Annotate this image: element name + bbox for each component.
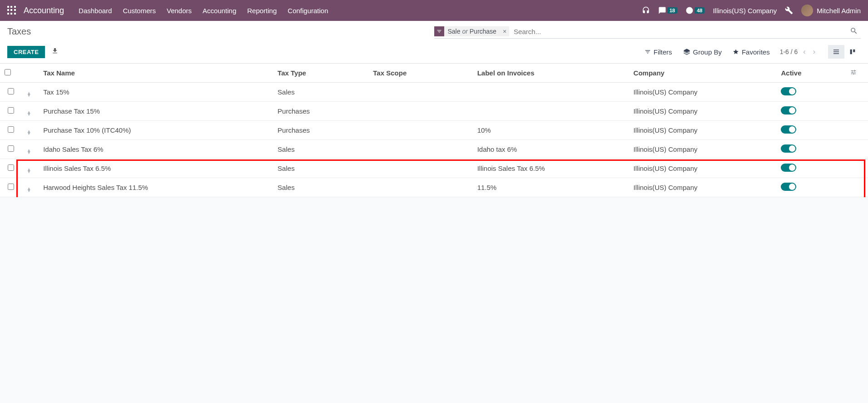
page-title: Taxes [7,26,31,37]
control-panel: Taxes Sale or Purchase × CREATE [0,21,868,64]
active-toggle[interactable] [781,183,796,191]
pager-prev[interactable]: ‹ [801,48,807,56]
cell-tax-scope [368,83,472,102]
cell-tax-scope [368,102,472,121]
cell-company: Illinois(US) Company [629,159,777,178]
row-checkbox[interactable] [8,107,14,114]
cell-label: 10% [473,121,629,140]
groupby-dropdown[interactable]: Group By [683,48,722,56]
active-toggle[interactable] [781,144,796,153]
active-toggle[interactable] [781,87,796,95]
cell-label [473,102,629,121]
cell-tax-type: Purchases [273,102,368,121]
cell-tax-scope [368,178,472,197]
row-checkbox[interactable] [8,145,14,152]
nav-accounting[interactable]: Accounting [203,7,236,15]
col-label[interactable]: Label on Invoices [473,64,629,83]
nav-customers[interactable]: Customers [123,7,156,15]
activities-badge: 48 [694,7,704,14]
apps-icon[interactable] [7,6,16,15]
active-toggle[interactable] [781,125,796,134]
active-toggle[interactable] [781,164,796,172]
avatar [801,5,813,16]
cell-label: 11.5% [473,178,629,197]
search-icon[interactable] [847,27,861,36]
row-checkbox[interactable] [8,184,14,190]
drag-handle-icon[interactable]: ▲▼ [27,92,31,96]
cell-tax-scope [368,159,472,178]
pager: 1-6 / 6 ‹ › [780,48,817,56]
cell-tax-type: Sales [273,159,368,178]
kanban-view-button[interactable] [844,45,861,59]
support-icon[interactable] [642,6,650,15]
nav-configuration[interactable]: Configuration [288,7,328,15]
select-all-checkbox[interactable] [5,69,11,75]
col-tax-name[interactable]: Tax Name [39,64,273,83]
drag-handle-icon[interactable]: ▲▼ [27,111,31,115]
facet-text: Sale or Purchase [444,28,500,35]
drag-handle-icon[interactable]: ▲▼ [27,168,31,173]
user-name: Mitchell Admin [817,7,861,15]
pager-next[interactable]: › [811,48,817,56]
nav-vendors[interactable]: Vendors [167,7,192,15]
app-title[interactable]: Accounting [24,6,64,15]
table-row[interactable]: ▲▼ Tax 15% Sales Illinois(US) Company [0,83,868,102]
import-icon[interactable] [51,47,59,56]
messages-icon[interactable]: 18 [658,6,677,15]
optional-fields-icon[interactable] [850,69,863,77]
table-row[interactable]: ▲▼ Idaho Sales Tax 6% Sales Idaho tax 6%… [0,140,868,159]
cell-tax-scope [368,140,472,159]
taxes-table: Tax Name Tax Type Tax Scope Label on Inv… [0,64,868,197]
view-switcher [828,45,861,59]
list-view-button[interactable] [828,45,844,59]
search-bar: Sale or Purchase × [434,26,861,39]
cell-tax-type: Sales [273,178,368,197]
col-tax-scope[interactable]: Tax Scope [368,64,472,83]
drag-handle-icon[interactable]: ▲▼ [27,130,31,134]
user-menu[interactable]: Mitchell Admin [801,5,861,16]
search-facet: Sale or Purchase × [434,26,510,36]
cell-company: Illinois(US) Company [629,83,777,102]
filters-dropdown[interactable]: Filters [645,48,672,56]
activities-icon[interactable]: 48 [685,6,704,15]
cell-tax-name: Illinois Sales Tax 6.5% [39,159,273,178]
nav-reporting[interactable]: Reporting [247,7,277,15]
cell-label [473,83,629,102]
drag-handle-icon[interactable]: ▲▼ [27,187,31,192]
cell-company: Illinois(US) Company [629,178,777,197]
cell-company: Illinois(US) Company [629,121,777,140]
top-navbar: Accounting Dashboard Customers Vendors A… [0,0,868,21]
row-checkbox[interactable] [8,88,14,95]
col-tax-type[interactable]: Tax Type [273,64,368,83]
favorites-dropdown[interactable]: Favorites [733,48,770,56]
table-row[interactable]: ▲▼ Illinois Sales Tax 6.5% Sales Illinoi… [0,159,868,178]
cell-tax-scope [368,121,472,140]
cell-company: Illinois(US) Company [629,140,777,159]
cell-tax-name: Harwood Heights Sales Tax 11.5% [39,178,273,197]
cell-label: Idaho tax 6% [473,140,629,159]
filter-icon [434,26,444,36]
active-toggle[interactable] [781,106,796,114]
cell-tax-name: Idaho Sales Tax 6% [39,140,273,159]
pager-value[interactable]: 1-6 / 6 [780,48,798,55]
row-checkbox[interactable] [8,164,14,171]
col-company[interactable]: Company [629,64,777,83]
search-input[interactable] [512,27,847,36]
debug-icon[interactable] [785,6,793,15]
drag-handle-icon[interactable]: ▲▼ [27,149,31,154]
table-row[interactable]: ▲▼ Purchase Tax 10% (ITC40%) Purchases 1… [0,121,868,140]
cell-tax-name: Tax 15% [39,83,273,102]
table-row[interactable]: ▲▼ Harwood Heights Sales Tax 11.5% Sales… [0,178,868,197]
nav-dashboard[interactable]: Dashboard [79,7,112,15]
row-checkbox[interactable] [8,126,14,133]
create-button[interactable]: CREATE [7,46,45,58]
cell-tax-type: Sales [273,140,368,159]
nav-menu: Dashboard Customers Vendors Accounting R… [79,7,328,15]
table-row[interactable]: ▲▼ Purchase Tax 15% Purchases Illinois(U… [0,102,868,121]
facet-remove[interactable]: × [500,28,509,35]
cell-tax-type: Purchases [273,121,368,140]
col-active[interactable]: Active [776,64,846,83]
messages-badge: 18 [667,7,677,14]
cell-tax-type: Sales [273,83,368,102]
company-switcher[interactable]: Illinois(US) Company [713,7,777,15]
